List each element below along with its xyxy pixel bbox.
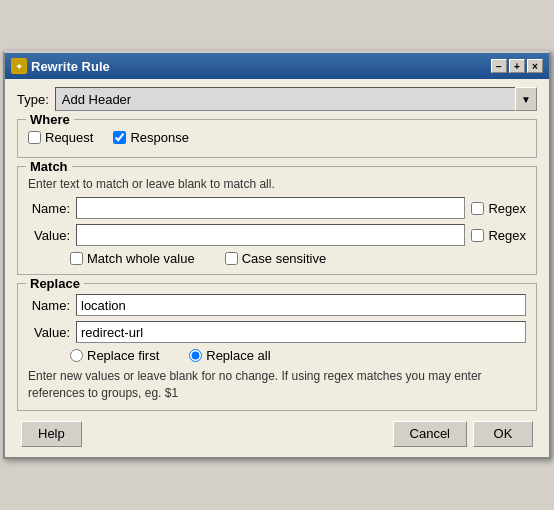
maximize-button[interactable]: + [509, 59, 525, 73]
btn-right-group: Cancel OK [393, 421, 533, 447]
type-row: Type: Add Header Remove Header Redirect … [17, 87, 537, 111]
replace-footer-text: Enter new values or leave blank for no c… [28, 368, 526, 402]
replace-name-input[interactable] [76, 294, 526, 316]
titlebar-buttons: − + × [491, 59, 543, 73]
case-sensitive-checkbox[interactable] [225, 252, 238, 265]
ok-button[interactable]: OK [473, 421, 533, 447]
match-name-label: Name: [28, 201, 70, 216]
replace-first-label: Replace first [87, 348, 159, 363]
match-name-row: Name: Regex [28, 197, 526, 219]
match-value-label: Value: [28, 228, 70, 243]
titlebar-left: ✦ Rewrite Rule [11, 58, 110, 74]
replace-all-item[interactable]: Replace all [189, 348, 270, 363]
case-sensitive-label: Case sensitive [242, 251, 327, 266]
where-legend: Where [26, 112, 74, 127]
replace-name-label: Name: [28, 298, 70, 313]
replace-first-item[interactable]: Replace first [70, 348, 159, 363]
match-name-regex-label[interactable]: Regex [471, 201, 526, 216]
replace-value-label: Value: [28, 325, 70, 340]
match-value-input[interactable] [76, 224, 465, 246]
replace-all-label: Replace all [206, 348, 270, 363]
replace-value-input[interactable] [76, 321, 526, 343]
svg-text:✦: ✦ [15, 61, 23, 72]
replace-radio-row: Replace first Replace all [28, 348, 526, 363]
replace-first-radio[interactable] [70, 349, 83, 362]
match-whole-label: Match whole value [87, 251, 195, 266]
match-whole-checkbox[interactable] [70, 252, 83, 265]
replace-section: Replace Name: Value: Replace first [17, 283, 537, 411]
request-label: Request [45, 130, 93, 145]
replace-content: Name: Value: Replace first Replace all [28, 294, 526, 402]
minimize-button[interactable]: − [491, 59, 507, 73]
case-sensitive-item[interactable]: Case sensitive [225, 251, 327, 266]
request-checkbox[interactable] [28, 131, 41, 144]
match-value-regex-label[interactable]: Regex [471, 228, 526, 243]
close-button[interactable]: × [527, 59, 543, 73]
match-name-regex-checkbox[interactable] [471, 202, 484, 215]
response-checkbox[interactable] [113, 131, 126, 144]
app-icon: ✦ [11, 58, 27, 74]
replace-all-radio[interactable] [189, 349, 202, 362]
replace-value-row: Value: [28, 321, 526, 343]
match-legend: Match [26, 159, 72, 174]
where-checkbox-row: Request Response [28, 130, 526, 145]
response-label: Response [130, 130, 189, 145]
where-content: Request Response [28, 130, 526, 145]
match-section: Match Enter text to match or leave blank… [17, 166, 537, 275]
replace-name-row: Name: [28, 294, 526, 316]
titlebar: ✦ Rewrite Rule − + × [5, 53, 549, 79]
response-checkbox-item[interactable]: Response [113, 130, 189, 145]
match-content: Enter text to match or leave blank to ma… [28, 177, 526, 266]
match-options-row: Match whole value Case sensitive [28, 251, 526, 266]
type-label: Type: [17, 92, 49, 107]
replace-legend: Replace [26, 276, 84, 291]
main-window: ✦ Rewrite Rule − + × Type: Add Header Re… [3, 51, 551, 459]
type-select[interactable]: Add Header Remove Header Redirect [55, 87, 537, 111]
where-section: Where Request Response [17, 119, 537, 158]
button-row: Help Cancel OK [17, 421, 537, 447]
request-checkbox-item[interactable]: Request [28, 130, 93, 145]
match-value-regex-checkbox[interactable] [471, 229, 484, 242]
match-hint: Enter text to match or leave blank to ma… [28, 177, 526, 191]
match-value-regex-text: Regex [488, 228, 526, 243]
match-name-regex-text: Regex [488, 201, 526, 216]
help-button[interactable]: Help [21, 421, 82, 447]
match-whole-item[interactable]: Match whole value [70, 251, 195, 266]
cancel-button[interactable]: Cancel [393, 421, 467, 447]
window-title: Rewrite Rule [31, 59, 110, 74]
match-value-row: Value: Regex [28, 224, 526, 246]
type-select-container: Add Header Remove Header Redirect ▼ [55, 87, 537, 111]
match-name-input[interactable] [76, 197, 465, 219]
content-area: Type: Add Header Remove Header Redirect … [5, 79, 549, 457]
